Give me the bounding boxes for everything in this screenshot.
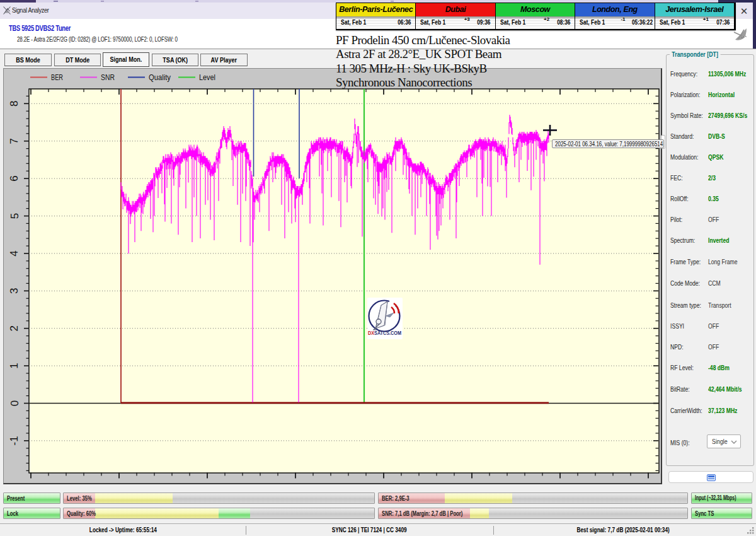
- svg-text:1: 1: [9, 363, 21, 368]
- svg-text:3: 3: [9, 288, 21, 294]
- svg-text:6: 6: [9, 175, 21, 181]
- svg-text:Quality: Quality: [149, 73, 171, 82]
- svg-text:Level: Level: [199, 73, 215, 82]
- svg-text:-1: -1: [9, 436, 21, 445]
- svg-text:SNR: SNR: [101, 73, 115, 82]
- svg-text:BER: BER: [51, 73, 63, 82]
- svg-text:0: 0: [9, 400, 21, 406]
- svg-text:4: 4: [9, 250, 21, 256]
- svg-text:7: 7: [9, 138, 21, 144]
- svg-text:8: 8: [9, 101, 21, 107]
- svg-text:5: 5: [9, 213, 21, 219]
- svg-text:DXSATCS.COM: DXSATCS.COM: [368, 330, 401, 336]
- svg-text:2: 2: [9, 325, 21, 331]
